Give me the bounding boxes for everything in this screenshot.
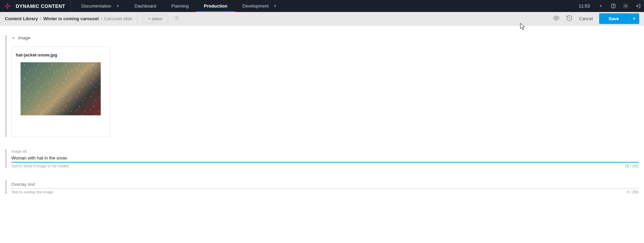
user-icon — [174, 15, 180, 21]
help-icon — [610, 3, 616, 9]
nav-dashboard[interactable]: Dashboard — [127, 0, 164, 12]
breadcrumb-root[interactable]: Content Library — [5, 16, 38, 21]
top-nav: DYNAMIC CONTENT Documentation ▼ Dashboar… — [0, 0, 644, 12]
cancel-button[interactable]: Cancel — [579, 16, 593, 21]
svg-point-4 — [556, 17, 557, 19]
section-overlay-text: Text to overlay the image 0 / 255 — [5, 180, 639, 194]
chevron-down-icon: ▼ — [116, 4, 120, 8]
nav-planning[interactable]: Planning — [164, 0, 196, 12]
gear-icon — [623, 3, 629, 9]
logo-icon — [3, 2, 12, 10]
add-status-button[interactable]: + status — [142, 15, 168, 23]
save-dropdown[interactable]: ▼ — [629, 13, 639, 24]
logo-block[interactable]: DYNAMIC CONTENT — [0, 0, 71, 12]
clock-dropdown[interactable]: ▼ — [595, 0, 607, 12]
nav-documentation[interactable]: Documentation ▼ — [74, 0, 127, 12]
brand-name: DYNAMIC CONTENT — [16, 3, 65, 9]
section-image-alt: image alt Text to show if image is not l… — [5, 149, 639, 168]
media-card[interactable]: hat-jacket-snow.jpg — [11, 47, 110, 137]
divider — [137, 15, 137, 23]
svg-point-3 — [176, 16, 178, 18]
svg-point-2 — [625, 5, 626, 7]
logout-button[interactable] — [632, 0, 644, 12]
nav-development[interactable]: Development ▼ — [235, 0, 285, 12]
section-image: image hat-jacket-snow.jpg — [5, 35, 639, 137]
media-filename: hat-jacket-snow.jpg — [16, 52, 106, 57]
preview-button[interactable] — [553, 15, 560, 23]
field-counter: 26 / 255 — [625, 164, 639, 168]
breadcrumb: Content Library / Winter is coming carou… — [5, 16, 132, 21]
media-thumbnail — [21, 62, 101, 115]
breadcrumb-leaf: Carousel slide — [104, 16, 132, 21]
section-title: image — [18, 35, 30, 40]
logout-icon — [635, 3, 641, 9]
history-icon — [566, 15, 573, 22]
assignee-button[interactable] — [174, 15, 180, 22]
save-button[interactable]: Save — [599, 13, 629, 24]
image-alt-input[interactable] — [11, 154, 639, 163]
nav-production[interactable]: Production — [196, 0, 235, 12]
field-help: Text to overlay the image — [11, 190, 53, 194]
section-image-toggle[interactable]: image — [11, 35, 639, 40]
nav-label: Dashboard — [135, 3, 157, 9]
nav-label: Documentation — [81, 3, 111, 9]
chevron-down-icon: ▼ — [632, 17, 636, 21]
chevron-down-icon — [11, 36, 15, 40]
settings-button[interactable] — [619, 0, 632, 12]
nav-label: Production — [204, 3, 227, 9]
editor-body: image hat-jacket-snow.jpg image alt Text… — [0, 26, 644, 217]
breadcrumb-sep: / — [101, 16, 102, 21]
help-button[interactable] — [607, 0, 619, 12]
field-help: Text to show if image is not loaded — [11, 164, 69, 168]
field-counter: 0 / 255 — [627, 190, 639, 194]
chevron-down-icon: ▼ — [599, 4, 603, 8]
svg-point-1 — [613, 7, 613, 7]
overlay-text-input[interactable] — [11, 180, 639, 189]
field-label: image alt — [11, 149, 639, 153]
nav-label: Development — [243, 3, 269, 9]
clock: 11:53 — [574, 3, 595, 9]
subheader: Content Library / Winter is coming carou… — [0, 12, 644, 26]
chevron-down-icon: ▼ — [273, 4, 277, 8]
breadcrumb-mid[interactable]: Winter is coming carousel — [43, 16, 99, 21]
breadcrumb-sep: / — [40, 16, 41, 21]
history-button[interactable] — [566, 15, 573, 23]
nav-label: Planning — [171, 3, 189, 9]
eye-icon — [553, 15, 560, 22]
